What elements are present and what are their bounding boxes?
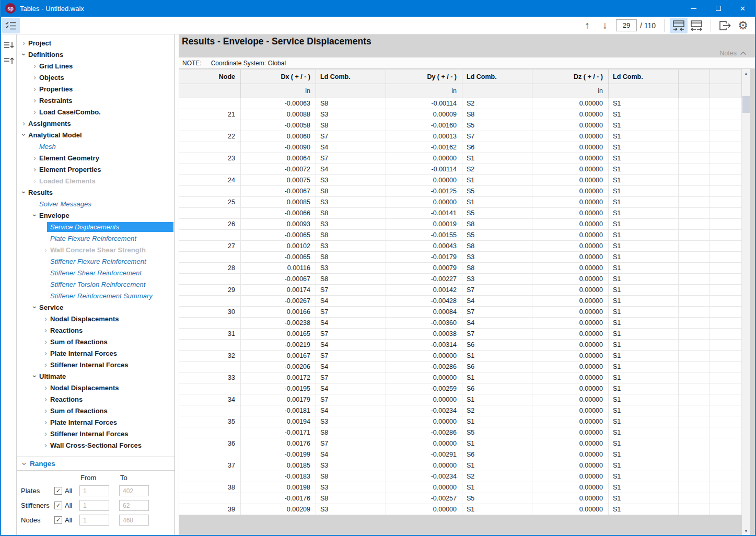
tree-item-load-case-combo[interactable]: ›Load Case/Combo. xyxy=(17,106,175,118)
chevron-right-icon[interactable]: › xyxy=(30,96,39,104)
table-row[interactable]: -0.00195S4-0.00259S60.00000S1 xyxy=(179,383,742,394)
maximize-button[interactable] xyxy=(706,0,730,17)
previous-table-button[interactable]: ↑ xyxy=(578,18,596,33)
checkbox-checked-icon[interactable]: ✓ xyxy=(54,487,62,495)
table-row[interactable]: -0.00176S8-0.00257S50.00000S1 xyxy=(179,493,742,504)
table-row[interactable]: -0.00067S8-0.00125S50.00000S1 xyxy=(179,186,742,197)
sidebar-splitter[interactable] xyxy=(175,34,179,535)
chevron-right-icon[interactable]: › xyxy=(30,177,39,185)
scroll-down-button[interactable]: ▼ xyxy=(742,527,750,535)
scroll-up-button[interactable]: ▲ xyxy=(742,69,750,77)
table-row[interactable]: 280.00116S30.00079S80.00000S1 xyxy=(179,263,742,274)
tree-item-element-properties[interactable]: ›Element Properties xyxy=(17,164,175,175)
table-row[interactable]: 260.00093S30.00019S80.00000S1 xyxy=(179,219,742,230)
settings-button[interactable]: ⚙ xyxy=(734,18,752,33)
tree-item-wall-cross-sectional-forces[interactable]: ›Wall Cross-Sectional Forces xyxy=(17,439,175,451)
tree-item-plate-flexure-reinforcement[interactable]: Plate Flexure Reinforcement xyxy=(17,232,175,244)
table-row[interactable]: 220.00060S70.00013S70.00000S1 xyxy=(179,131,742,142)
tree-item-stiffener-reinforcement-summary[interactable]: Stiffener Reinforcement Summary xyxy=(17,290,175,301)
tree-item-grid-lines[interactable]: ›Grid Lines xyxy=(17,60,175,72)
tree-item-stiffener-internal-forces[interactable]: ›Stiffener Internal Forces xyxy=(17,428,175,439)
table-row[interactable]: -0.00058S8-0.00160S50.00000S1 xyxy=(179,120,742,131)
table-row[interactable]: 390.00209S30.00000S10.00000S1 xyxy=(179,504,742,515)
ranges-header[interactable]: › Ranges xyxy=(17,457,175,471)
tree-item-properties[interactable]: ›Properties xyxy=(17,83,175,95)
tree-item-results[interactable]: ›Results xyxy=(17,187,175,198)
next-table-button[interactable]: ↓ xyxy=(596,18,614,33)
table-row[interactable]: -0.00267S4-0.00428S40.00000S1 xyxy=(179,296,742,307)
page-number-input[interactable] xyxy=(616,19,637,31)
tree-item-sum-of-reactions[interactable]: ›Sum of Reactions xyxy=(17,336,175,347)
chevron-right-icon[interactable]: › xyxy=(41,418,50,426)
table-row[interactable]: -0.00181S4-0.00234S20.00000S1 xyxy=(179,405,742,416)
chevron-down-icon[interactable]: › xyxy=(31,303,39,312)
table-row[interactable]: -0.00199S4-0.00291S60.00000S1 xyxy=(179,449,742,460)
table-row[interactable]: -0.00063S8-0.00114S20.00000S1 xyxy=(179,98,742,109)
collapse-all-button[interactable] xyxy=(2,54,16,67)
table-row[interactable]: 210.00088S30.00009S80.00000S1 xyxy=(179,109,742,120)
chevron-right-icon[interactable]: › xyxy=(41,349,50,357)
table-row[interactable]: 360.00176S70.00000S10.00000S1 xyxy=(179,438,742,449)
table-row[interactable]: 340.00179S70.00000S10.00000S1 xyxy=(179,394,742,405)
table-row[interactable]: 230.00064S70.00000S10.00000S1 xyxy=(179,153,742,164)
table-row[interactable]: -0.00067S8-0.00227S30.00000S1 xyxy=(179,274,742,285)
table-row[interactable]: -0.00072S4-0.00114S20.00000S1 xyxy=(179,164,742,175)
chevron-right-icon[interactable]: › xyxy=(30,165,39,173)
tree-item-analytical-model[interactable]: ›Analytical Model xyxy=(17,129,175,141)
scrollbar-track[interactable] xyxy=(742,77,750,527)
table-row[interactable]: 330.00172S70.00000S10.00000S1 xyxy=(179,372,742,383)
toggle-contents-button[interactable] xyxy=(2,18,20,33)
table-row[interactable]: 250.00085S30.00000S10.00000S1 xyxy=(179,197,742,208)
tree-item-nodal-displacements[interactable]: ›Nodal Displacements xyxy=(17,313,175,324)
col-header-dy[interactable]: Dy ( + / - ) xyxy=(386,69,462,84)
col-header-empty[interactable] xyxy=(679,69,710,84)
tree-item-project[interactable]: ›Project xyxy=(17,37,175,49)
tree-item-plate-internal-forces[interactable]: ›Plate Internal Forces xyxy=(17,347,175,359)
col-header-ld-comb[interactable]: Ld Comb. xyxy=(316,69,386,84)
chevron-down-icon[interactable]: › xyxy=(20,188,28,197)
tree-item-stiffener-torsion-reinforcement[interactable]: Stiffener Torsion Reinforcement xyxy=(17,278,175,290)
vertical-scrollbar[interactable]: ▲ ▼ xyxy=(742,69,750,535)
tree-item-stiffener-internal-forces[interactable]: ›Stiffener Internal Forces xyxy=(17,359,175,370)
actual-size-button[interactable] xyxy=(688,18,705,33)
export-button[interactable] xyxy=(716,18,734,33)
tree-item-objects[interactable]: ›Objects xyxy=(17,72,175,83)
tree-item-envelope[interactable]: ›Envelope xyxy=(17,209,175,221)
tree-item-restraints[interactable]: ›Restraints xyxy=(17,95,175,106)
chevron-down-icon[interactable]: › xyxy=(20,131,28,139)
chevron-right-icon[interactable]: › xyxy=(41,395,50,403)
tree-item-reactions[interactable]: ›Reactions xyxy=(17,393,175,405)
tree-item-solver-messages[interactable]: Solver Messages xyxy=(17,198,175,209)
table-row[interactable]: -0.00171S8-0.00286S50.00000S1 xyxy=(179,427,742,438)
table-row[interactable]: -0.00090S4-0.00162S60.00000S1 xyxy=(179,142,742,153)
chevron-right-icon[interactable]: › xyxy=(41,441,50,449)
chevron-down-icon[interactable]: › xyxy=(20,50,28,59)
tree-item-service[interactable]: ›Service xyxy=(17,301,175,313)
chevron-right-icon[interactable]: › xyxy=(41,246,50,254)
tree-item-stiffener-flexure-reinforcement[interactable]: Stiffener Flexure Reinforcement xyxy=(17,255,175,267)
fit-columns-button[interactable] xyxy=(670,18,688,33)
table-row[interactable]: -0.00065S8-0.00179S30.00000S1 xyxy=(179,252,742,263)
col-header-dx[interactable]: Dx ( + / - ) xyxy=(241,69,316,84)
close-button[interactable]: ✕ xyxy=(730,0,755,17)
tree-item-plate-internal-forces[interactable]: ›Plate Internal Forces xyxy=(17,416,175,428)
table-row[interactable]: -0.00065S8-0.00155S50.00000S1 xyxy=(179,230,742,241)
table-row[interactable]: -0.00066S8-0.00141S50.00000S1 xyxy=(179,208,742,219)
checkbox-checked-icon[interactable]: ✓ xyxy=(54,516,62,524)
table-row[interactable]: 240.00075S30.00000S10.00000S1 xyxy=(179,175,742,186)
chevron-right-icon[interactable]: › xyxy=(30,85,39,93)
tree-item-ultimate[interactable]: ›Ultimate xyxy=(17,370,175,382)
table-row[interactable]: -0.00206S4-0.00286S60.00000S1 xyxy=(179,362,742,372)
chevron-right-icon[interactable]: › xyxy=(41,314,50,323)
table-row[interactable]: 350.00194S30.00000S10.00000S1 xyxy=(179,416,742,427)
col-header-node[interactable]: Node xyxy=(179,69,241,84)
table-row[interactable]: 290.00174S70.00142S70.00000S1 xyxy=(179,285,742,296)
tree-item-service-displacements[interactable]: Service Displacements xyxy=(17,221,175,232)
table-row[interactable]: -0.00238S4-0.00360S40.00000S1 xyxy=(179,318,742,329)
tree-item-reactions[interactable]: ›Reactions xyxy=(17,324,175,336)
table-row[interactable]: 320.00167S70.00000S10.00000S1 xyxy=(179,351,742,362)
chevron-right-icon[interactable]: › xyxy=(30,73,39,81)
table-row[interactable]: 270.00102S30.00043S80.00000S1 xyxy=(179,241,742,252)
table-row[interactable]: 370.00185S30.00000S10.00000S1 xyxy=(179,460,742,471)
chevron-down-icon[interactable]: › xyxy=(31,372,39,381)
